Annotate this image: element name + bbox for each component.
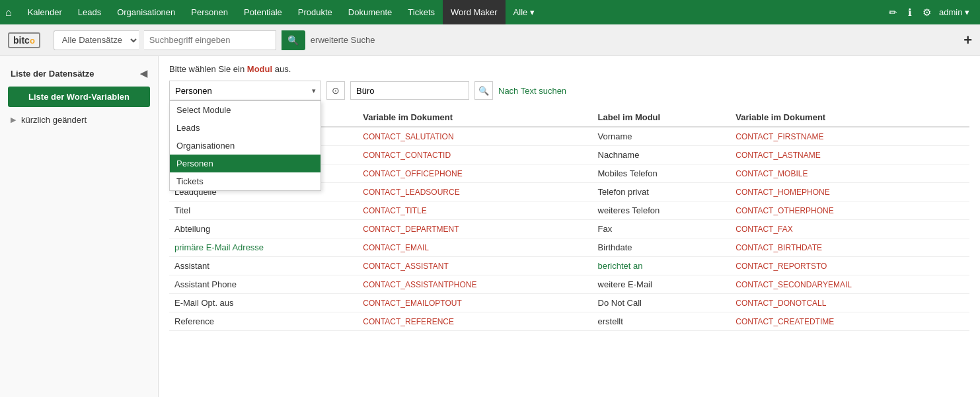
row-var2-3: CONTACT_HOMEPHONE bbox=[730, 183, 969, 201]
dd-tickets[interactable]: Tickets bbox=[170, 172, 320, 190]
row-var-5: CONTACT_DEPARTMENT bbox=[358, 220, 592, 238]
nav-leads[interactable]: Leads bbox=[70, 0, 109, 24]
dd-organisationen[interactable]: Organisationen bbox=[170, 137, 320, 155]
logo-box: bitco bbox=[8, 32, 40, 48]
row-var-2: CONTACT_OFFICEPHONE bbox=[358, 164, 592, 183]
nav-dokumente[interactable]: Dokumente bbox=[340, 0, 400, 24]
row-var-7: CONTACT_ASSISTANT bbox=[358, 257, 592, 275]
filter-search-icon-btn[interactable]: ⊙ bbox=[326, 81, 345, 100]
row-label2-3: Telefon privat bbox=[593, 183, 731, 201]
sidebar-collapse-btn[interactable]: ◀ bbox=[140, 68, 147, 79]
nach-text-button[interactable]: Nach Text suchen bbox=[498, 86, 566, 96]
search-button[interactable]: 🔍 bbox=[282, 30, 305, 50]
table-row: ReferenceCONTACT_REFERENCEerstelltCONTAC… bbox=[169, 312, 969, 331]
row-label2-7: berichtet an bbox=[593, 257, 731, 275]
table-row: TitelCONTACT_TITLEweiteres TelefonCONTAC… bbox=[169, 201, 969, 220]
row-label-6: primäre E-Mail Adresse bbox=[169, 238, 358, 257]
info-icon[interactable]: ℹ bbox=[905, 4, 915, 21]
row-var2-7: CONTACT_REPORTSTO bbox=[730, 257, 969, 275]
table-row: E-Mail Opt. ausCONTACT_EMAILOPTOUTDo Not… bbox=[169, 294, 969, 312]
search-bar: bitco Alle Datensätze 🔍 erweiterte Suche… bbox=[0, 24, 980, 56]
add-button[interactable]: + bbox=[963, 32, 972, 49]
row-var-9: CONTACT_EMAILOPTOUT bbox=[358, 294, 592, 312]
nav-potentiale[interactable]: Potentiale bbox=[236, 0, 290, 24]
row-var-8: CONTACT_ASSISTANTPHONE bbox=[358, 275, 592, 294]
row-label-10: Reference bbox=[169, 312, 358, 331]
row-var-0: CONTACT_SALUTATION bbox=[358, 127, 592, 146]
settings-icon[interactable]: ⚙ bbox=[920, 4, 934, 21]
row-var2-2: CONTACT_MOBILE bbox=[730, 164, 969, 183]
module-dropdown-open: Select Module Leads Organisationen Perso… bbox=[169, 100, 321, 191]
sidebar-header: Liste der Datensätze ◀ bbox=[0, 63, 158, 84]
table-row: AssistantCONTACT_ASSISTANTberichtet anCO… bbox=[169, 257, 969, 275]
row-label2-0: Vorname bbox=[593, 127, 731, 146]
nav-tickets[interactable]: Tickets bbox=[400, 0, 443, 24]
col-var-im-dok-2: Variable im Dokument bbox=[730, 108, 969, 127]
row-var-6: CONTACT_EMAIL bbox=[358, 238, 592, 257]
text-search-input[interactable] bbox=[350, 81, 469, 100]
admin-menu[interactable]: admin ▾ bbox=[934, 7, 975, 17]
table-row: Assistant PhoneCONTACT_ASSISTANTPHONEwei… bbox=[169, 275, 969, 294]
row-var2-1: CONTACT_LASTNAME bbox=[730, 146, 969, 164]
row-var2-6: CONTACT_BIRTHDATE bbox=[730, 238, 969, 257]
row-label2-8: weitere E-Mail bbox=[593, 275, 731, 294]
row-var2-9: CONTACT_DONOTCALL bbox=[730, 294, 969, 312]
row-label2-2: Mobiles Telefon bbox=[593, 164, 731, 183]
row-label2-10: erstellt bbox=[593, 312, 731, 331]
nav-kalender[interactable]: Kalender bbox=[20, 0, 70, 24]
table-row: primäre E-Mail AdresseCONTACT_EMAILBirth… bbox=[169, 238, 969, 257]
text-search-submit-btn[interactable]: 🔍 bbox=[474, 81, 493, 100]
col-var-im-dok-1: Variable im Dokument bbox=[358, 108, 592, 127]
row-label-5: Abteilung bbox=[169, 220, 358, 238]
main-layout: Liste der Datensätze ◀ Liste der Word-Va… bbox=[0, 56, 980, 397]
recent-arrow-icon: ▶ bbox=[11, 116, 16, 124]
row-var-3: CONTACT_LEADSOURCE bbox=[358, 183, 592, 201]
row-label2-9: Do Not Call bbox=[593, 294, 731, 312]
row-label2-1: Nachname bbox=[593, 146, 731, 164]
nav-produkte[interactable]: Produkte bbox=[290, 0, 340, 24]
row-var-1: CONTACT_CONTACTID bbox=[358, 146, 592, 164]
row-var-4: CONTACT_TITLE bbox=[358, 201, 592, 220]
content-area: Bitte wählen Sie ein Modul aus. Select M… bbox=[159, 56, 980, 397]
sidebar-title: Liste der Datensätze bbox=[11, 69, 94, 79]
row-var2-10: CONTACT_CREATEDTIME bbox=[730, 312, 969, 331]
advanced-search-link[interactable]: erweiterte Suche bbox=[311, 35, 375, 45]
content-instruction: Bitte wählen Sie ein Modul aus. bbox=[169, 64, 969, 74]
sidebar: Liste der Datensätze ◀ Liste der Word-Va… bbox=[0, 56, 159, 397]
row-label-9: E-Mail Opt. aus bbox=[169, 294, 358, 312]
nav-personen[interactable]: Personen bbox=[183, 0, 236, 24]
edit-icon[interactable]: ✏ bbox=[886, 4, 900, 21]
logo-highlight: o bbox=[30, 36, 35, 46]
row-var2-0: CONTACT_FIRSTNAME bbox=[730, 127, 969, 146]
sidebar-recent[interactable]: ▶ kürzlich geändert bbox=[0, 110, 158, 130]
home-icon[interactable]: ⌂ bbox=[5, 7, 12, 18]
dd-leads[interactable]: Leads bbox=[170, 119, 320, 137]
row-label-4: Titel bbox=[169, 201, 358, 220]
row-var2-8: CONTACT_SECONDARYEMAIL bbox=[730, 275, 969, 294]
row-var2-5: CONTACT_FAX bbox=[730, 220, 969, 238]
nav-organisationen[interactable]: Organisationen bbox=[109, 0, 183, 24]
module-select-wrapper: Select Module Leads Organisationen Perso… bbox=[169, 81, 321, 100]
row-var-10: CONTACT_REFERENCE bbox=[358, 312, 592, 331]
nav-wordmaker[interactable]: Word Maker bbox=[443, 0, 506, 24]
search-input[interactable] bbox=[144, 30, 276, 50]
instruction-highlight: Modul bbox=[247, 64, 272, 74]
row-label-8: Assistant Phone bbox=[169, 275, 358, 294]
table-row: AbteilungCONTACT_DEPARTMENTFaxCONTACT_FA… bbox=[169, 220, 969, 238]
row-label2-4: weiteres Telefon bbox=[593, 201, 731, 220]
col-label-im-modul-2: Label im Modul bbox=[593, 108, 731, 127]
word-variables-button[interactable]: Liste der Word-Variablen bbox=[8, 87, 150, 107]
module-select[interactable]: Select Module Leads Organisationen Perso… bbox=[169, 81, 321, 100]
sidebar-recent-label: kürzlich geändert bbox=[21, 115, 87, 125]
logo: bitco bbox=[8, 32, 40, 48]
row-var2-4: CONTACT_OTHERPHONE bbox=[730, 201, 969, 220]
filter-row: Select Module Leads Organisationen Perso… bbox=[169, 81, 969, 100]
dd-select-module[interactable]: Select Module bbox=[170, 101, 320, 119]
row-label-7: Assistant bbox=[169, 257, 358, 275]
top-nav: ⌂ Kalender Leads Organisationen Personen… bbox=[0, 0, 980, 24]
row-label2-6: Birthdate bbox=[593, 238, 731, 257]
nav-alle[interactable]: Alle ▾ bbox=[506, 0, 543, 24]
dataset-select[interactable]: Alle Datensätze bbox=[54, 30, 139, 50]
dd-personen[interactable]: Personen bbox=[170, 155, 320, 172]
row-label2-5: Fax bbox=[593, 220, 731, 238]
